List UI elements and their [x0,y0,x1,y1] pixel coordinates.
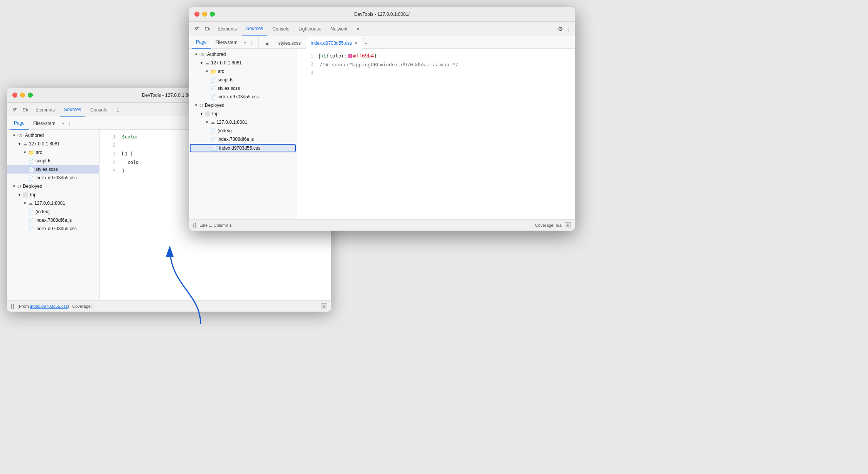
subtab-bar-front: Page Filesystem » ⋮ ◀ styles.scss index.… [189,36,575,49]
line-col-front: Line 1, Column 1 [199,223,231,228]
subtab-more-back[interactable]: » [60,121,65,126]
tree-stylesscss-back[interactable]: 📄 styles.scss [7,165,99,174]
tab-sources-front[interactable]: Sources [242,22,267,36]
tree-src-front[interactable]: ▼ 📁 src [189,67,297,76]
tab-lighthouse-front[interactable]: Lighthouse [295,22,325,36]
subtab-filesystem-front[interactable]: Filesystem [211,36,241,49]
devtools-window-front: DevTools - 127.0.0.1:8081/ Elements Sour… [189,7,575,231]
tab-close-icon[interactable]: ✕ [354,40,358,46]
editor-tab-styles[interactable]: styles.scss [274,38,306,49]
tree-index-front[interactable]: 📄 (index) [189,127,297,135]
tree-indexcss-deployed-front[interactable]: 📄 index.d9703d55.css [190,144,296,152]
svg-rect-2 [205,27,208,30]
from-label-back: (From index.d9703d55.css) [17,304,69,309]
scroll-up-front[interactable]: ▲ [565,222,571,228]
tab-elements-front[interactable]: Elements [214,22,241,36]
subtab-dots-front[interactable]: ⋮ [249,39,255,46]
format-icon-back[interactable]: {} [11,303,14,309]
editor-panel-front: 1 h1{color:#ff69b4} 2 /*# sourceMappingU… [297,49,575,219]
window-title-back: DevTools - 127.0.0.1:8081 [142,93,196,98]
subtab-more-front[interactable]: » [242,40,247,45]
from-link-back[interactable]: index.d9703d55.css [30,304,68,309]
tree-host-deployed-back[interactable]: ▼ 127.0.0.1:8081 [7,199,99,207]
tree-indexjs-back[interactable]: 📄 index.7808df6e.js [7,216,99,224]
tree-stylesscss-front[interactable]: 📄 styles.scss [189,84,297,93]
inspect-icon[interactable] [10,105,19,115]
devtools-toolbar-front: Elements Sources Console Lighthouse Netw… [189,22,575,36]
title-bar-front: DevTools - 127.0.0.1:8081/ [189,7,575,22]
tree-indexcss-front[interactable]: 📄 index.d9703d55.css [189,93,297,101]
traffic-lights-front [194,12,215,17]
tab-more-back[interactable]: L [113,103,123,117]
tab-more-front[interactable]: » [353,22,363,36]
svg-rect-3 [209,28,210,30]
device-toggle-icon-front[interactable] [203,24,212,34]
gear-icon-front[interactable]: ⚙ [558,25,563,32]
minimize-button-front[interactable] [202,12,207,17]
svg-rect-1 [27,109,28,111]
svg-rect-0 [23,108,26,111]
inspect-icon-front[interactable] [192,24,201,34]
close-button-back[interactable] [12,93,17,98]
tree-top-back[interactable]: ▼ ⬜ top [7,191,99,199]
format-icon-front[interactable]: {} [193,222,196,228]
sidebar-toggle-front[interactable]: ◀ [262,39,271,49]
tab-console-front[interactable]: Console [269,22,293,36]
tree-src-back[interactable]: ▼ 📁 src [7,148,99,157]
editor-tabs-container: ◀ styles.scss index.d9703d55.css ✕ » [258,36,369,49]
tree-index-back[interactable]: 📄 (index) [7,207,99,216]
tab-elements-back[interactable]: Elements [32,103,59,117]
close-button-front[interactable] [194,12,199,17]
minimize-button-back[interactable] [20,93,25,98]
traffic-lights-back [12,93,33,98]
status-bar-back: {} (From index.d9703d55.css) Coverage: ▲ [7,300,331,312]
coverage-label-back: Coverage: [72,304,92,309]
tree-scriptts-back[interactable]: 📄 script.ts [7,157,99,165]
subtab-filesystem-back[interactable]: Filesystem [29,117,59,130]
color-swatch-front [348,54,352,58]
tree-authored-back[interactable]: ▼ </> Authored [7,131,99,140]
coverage-front: Coverage: n/a [535,223,562,228]
subtab-page-back[interactable]: Page [10,117,29,130]
file-tree-front: ▼ </> Authored ▼ 127.0.0.1:8081 ▼ 📁 src … [189,49,297,219]
tab-network-front[interactable]: Network [327,22,351,36]
editor-tab-indexcss[interactable]: index.d9703d55.css ✕ [306,38,363,49]
tab-sources-back[interactable]: Sources [60,103,85,117]
code-line-1-front: 1 h1{color:#ff69b4} [297,52,575,60]
subtab-dots-back[interactable]: ⋮ [67,120,73,127]
tree-host-deployed-front[interactable]: ▼ 127.0.0.1:8081 [189,118,297,127]
tree-host-authored-back[interactable]: ▼ 127.0.0.1:8081 [7,140,99,148]
code-line-3-front: 3 [297,69,575,77]
tree-deployed-back[interactable]: ▼ ⬡ Deployed [7,182,99,191]
code-content-front: 1 h1{color:#ff69b4} 2 /*# sourceMappingU… [297,49,575,80]
maximize-button-back[interactable] [28,93,33,98]
maximize-button-front[interactable] [210,12,215,17]
scroll-up-back[interactable]: ▲ [321,303,327,309]
more-options-icon-front[interactable]: ⋮ [566,25,572,32]
tree-scriptts-front[interactable]: 📄 script.ts [189,76,297,84]
tree-indexjs-front[interactable]: 📄 index.7808df6e.js [189,135,297,143]
tree-top-front[interactable]: ▼ ⬜ top [189,110,297,118]
tree-deployed-front[interactable]: ▼ ⬡ Deployed [189,101,297,110]
subtab-page-front[interactable]: Page [192,36,211,49]
tree-authored-front[interactable]: ▼ </> Authored [189,50,297,59]
file-tree-back: ▼ </> Authored ▼ 127.0.0.1:8081 ▼ 📁 src … [7,130,100,300]
toolbar-right-front: ⚙ ⋮ [558,25,572,32]
tree-indexcss-back[interactable]: 📄 index.d9703d55.css [7,174,99,182]
tab-console-back[interactable]: Console [86,103,111,117]
window-title-front: DevTools - 127.0.0.1:8081/ [354,12,409,17]
device-toggle-icon[interactable] [21,105,30,115]
tree-indexcss-deployed-back[interactable]: 📄 index.d9703d55.css [7,224,99,233]
code-line-2-front: 2 /*# sourceMappingURL=index.d9703d55.cs… [297,60,575,69]
main-panel-front: ▼ </> Authored ▼ 127.0.0.1:8081 ▼ 📁 src … [189,49,575,219]
status-bar-front: {} Line 1, Column 1 Coverage: n/a ▲ [189,219,575,231]
editor-tabs-more[interactable]: » [363,38,368,49]
tree-host-authored-front[interactable]: ▼ 127.0.0.1:8081 [189,59,297,67]
